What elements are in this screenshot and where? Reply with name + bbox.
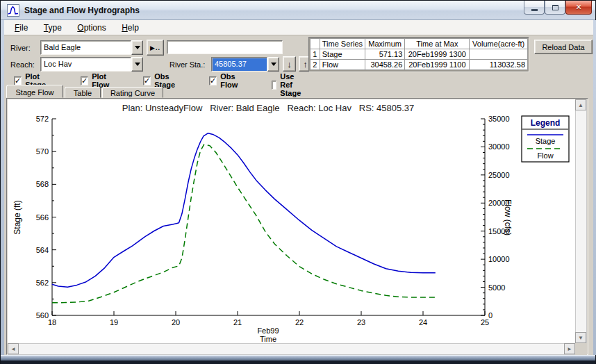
legend-title: Legend: [531, 118, 561, 128]
maximize-button[interactable]: [545, 1, 565, 15]
chart-title: Plan: UnsteadyFlow River: Bald Eagle Rea…: [122, 103, 415, 113]
chart-legend: Legend Stage Flow: [522, 116, 569, 162]
plot-locator-button[interactable]: ▶..: [147, 40, 164, 56]
svg-text:19: 19: [110, 318, 118, 326]
window-title: Stage and Flow Hydrographs: [24, 1, 140, 20]
scroll-up-button[interactable]: ▲: [575, 99, 586, 110]
svg-text:5000: 5000: [488, 283, 505, 292]
dialog-content: River: Bald Eagle ▶.. Reach: Loc Hav Riv…: [4, 35, 593, 355]
river-sta-combobox-dropdown-button[interactable]: [267, 57, 279, 72]
header-time-at-max: Time at Max: [405, 39, 470, 49]
svg-text:25000: 25000: [488, 171, 510, 179]
svg-text:24: 24: [419, 318, 427, 326]
svg-text:566: 566: [36, 213, 49, 222]
close-button[interactable]: ✕: [565, 1, 592, 15]
menu-file[interactable]: File: [8, 20, 34, 35]
svg-text:15000: 15000: [488, 227, 510, 235]
flow-curve: [52, 144, 436, 303]
arrow-right-icon: ►: [567, 346, 572, 352]
svg-text:23: 23: [357, 318, 365, 326]
svg-text:562: 562: [36, 279, 49, 287]
svg-text:30000: 30000: [488, 142, 510, 151]
legend-flow-label: Flow: [537, 151, 553, 160]
plot-area: 1819202122232425560562564566568570572050…: [36, 115, 510, 326]
svg-text:20: 20: [172, 318, 180, 326]
x-axis-sublabel: Time: [260, 335, 276, 343]
arrow-down-icon: ▼: [578, 335, 583, 341]
reach-combobox[interactable]: Loc Hav: [40, 57, 143, 72]
scroll-right-button[interactable]: ►: [564, 343, 575, 354]
svg-text:22: 22: [295, 318, 304, 326]
svg-text:564: 564: [36, 246, 49, 254]
svg-text:570: 570: [36, 147, 49, 156]
header-maximum: Maximum: [365, 39, 405, 49]
svg-text:18: 18: [48, 318, 56, 326]
tab-rating-curve[interactable]: Rating Curve: [102, 87, 163, 98]
svg-text:0: 0: [488, 311, 492, 320]
tab-stage-flow[interactable]: Stage Flow: [6, 85, 63, 98]
river-combobox-value: Bald Eagle: [40, 40, 131, 55]
checkbox-icon: [272, 81, 276, 90]
reach-combobox-value: Loc Hav: [40, 57, 131, 72]
chevron-down-icon: [135, 46, 140, 49]
tab-table[interactable]: Table: [65, 87, 101, 98]
chart-panel: Plan: UnsteadyFlow River: Bald Eagle Rea…: [6, 98, 588, 355]
y-axis-left-label: Stage (ft): [13, 200, 22, 234]
results-table: Time Series Maximum Time at Max Volume(a…: [310, 38, 528, 70]
svg-text:10000: 10000: [488, 255, 510, 263]
svg-text:568: 568: [36, 180, 49, 188]
scroll-down-button[interactable]: ▼: [575, 332, 586, 343]
x-axis-label: Feb99: [257, 326, 279, 335]
app-window: Stage and Flow Hydrographs ✕ File Type O…: [0, 0, 596, 364]
table-row: 2 Flow 30458.26 20Feb1999 1100 113032.58: [311, 60, 528, 70]
svg-text:21: 21: [233, 318, 242, 326]
title-bar[interactable]: Stage and Flow Hydrographs ✕: [1, 1, 595, 20]
river-sta-label: River Sta.:: [169, 60, 205, 69]
results-table-panel: Time Series Maximum Time at Max Volume(a…: [308, 37, 529, 72]
chevron-down-icon: [135, 63, 140, 66]
river-sta-combobox-value: 45805.37: [211, 57, 267, 72]
locator-field[interactable]: [167, 40, 283, 54]
minimize-button[interactable]: [524, 1, 545, 15]
arrow-left-icon: ◄: [10, 346, 16, 352]
checkbox-icon: ✓: [143, 76, 151, 85]
river-label: River:: [10, 44, 31, 52]
hydrograph-plot[interactable]: Plan: UnsteadyFlow River: Bald Eagle Rea…: [8, 99, 575, 343]
checkbox-icon: ✓: [209, 76, 217, 85]
reload-data-button[interactable]: Reload Data: [534, 40, 593, 54]
use-ref-stage-checkbox[interactable]: Use Ref Stage: [272, 72, 305, 97]
reach-combobox-dropdown-button[interactable]: [131, 57, 143, 72]
menu-bar: File Type Options Help: [4, 20, 593, 35]
horizontal-scrollbar[interactable]: [8, 343, 575, 355]
reach-label: Reach:: [10, 60, 35, 69]
header-volume: Volume(acre-ft): [470, 39, 528, 49]
window-frame-right: [593, 20, 596, 355]
menu-options[interactable]: Options: [71, 20, 112, 35]
minimize-icon: [531, 9, 538, 11]
checkbox-icon: ✓: [14, 76, 22, 85]
scroll-left-button[interactable]: ◄: [8, 343, 19, 354]
header-time-series: Time Series: [320, 39, 365, 49]
vertical-scrollbar[interactable]: [575, 99, 587, 343]
table-header-row: Time Series Maximum Time at Max Volume(a…: [311, 39, 528, 49]
checkbox-icon: ✓: [81, 76, 88, 85]
menu-type[interactable]: Type: [38, 20, 68, 35]
svg-text:20000: 20000: [488, 199, 510, 207]
next-station-button[interactable]: ↓: [283, 56, 296, 72]
stage-curve: [52, 133, 436, 287]
menu-help[interactable]: Help: [115, 20, 145, 35]
legend-stage-label: Stage: [536, 137, 556, 145]
close-icon: ✕: [575, 3, 581, 12]
window-frame-bottom: [1, 355, 595, 364]
maximize-icon: [552, 5, 558, 10]
app-icon: [7, 4, 19, 17]
river-sta-combobox[interactable]: 45805.37: [211, 57, 279, 72]
obs-flow-checkbox[interactable]: ✓ Obs Flow: [209, 72, 239, 89]
river-combobox[interactable]: Bald Eagle: [40, 40, 143, 55]
river-combobox-dropdown-button[interactable]: [131, 40, 143, 55]
scrollbar-corner: [575, 343, 587, 355]
svg-text:35000: 35000: [488, 115, 510, 123]
chevron-down-icon: [271, 63, 276, 66]
svg-text:560: 560: [36, 311, 49, 320]
svg-text:572: 572: [36, 115, 49, 123]
